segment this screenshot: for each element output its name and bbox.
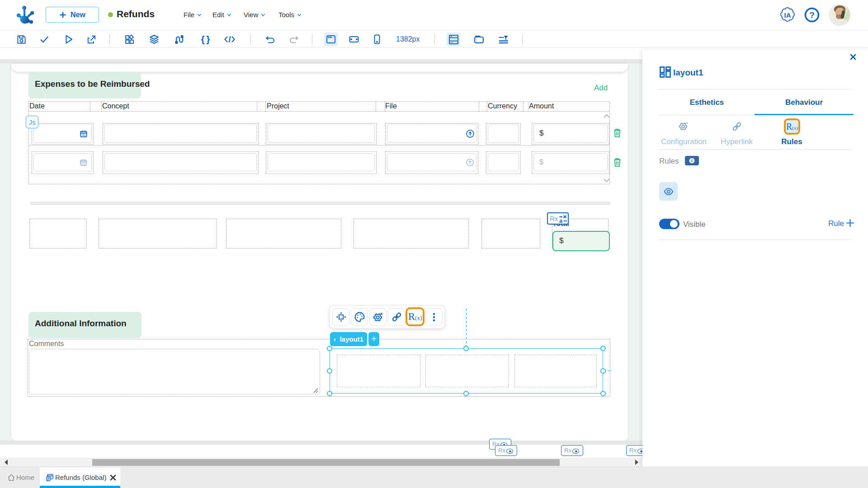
svg-text:a: a (559, 217, 563, 223)
svg-text:?: ? (809, 10, 815, 20)
svg-text:IA: IA (784, 11, 791, 19)
